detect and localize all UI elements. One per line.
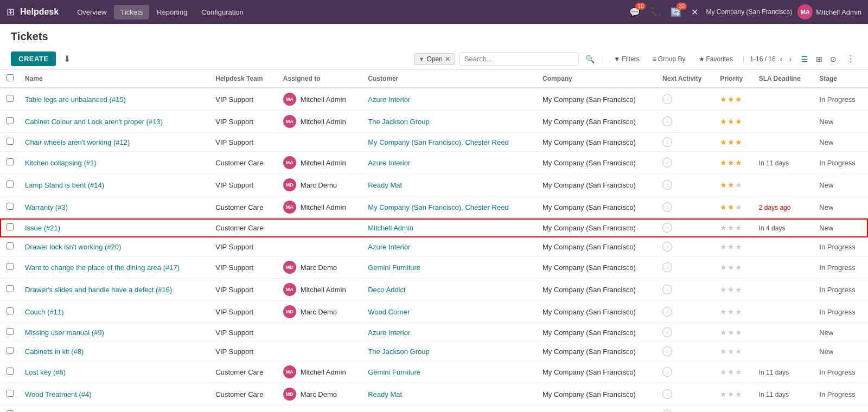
star-filled[interactable]: ★ xyxy=(720,158,727,167)
star-empty[interactable]: ★ xyxy=(727,223,735,232)
priority-stars[interactable]: ★★★ xyxy=(720,390,748,398)
activity-icon[interactable]: ○ xyxy=(662,410,672,412)
col-team[interactable]: Helpdesk Team xyxy=(210,70,278,88)
star-empty[interactable]: ★ xyxy=(735,181,742,189)
star-filled[interactable]: ★ xyxy=(735,158,742,167)
customer-link[interactable]: Azure Interior xyxy=(368,95,410,104)
table-row[interactable]: Table legs are unbalanced (#15)VIP Suppo… xyxy=(0,88,868,111)
col-sla[interactable]: SLA Deadline xyxy=(754,70,814,88)
activity-icon[interactable]: ○ xyxy=(662,137,672,147)
user-menu[interactable]: MA Mitchell Admin xyxy=(797,4,861,20)
row-checkbox[interactable] xyxy=(7,390,14,397)
star-empty[interactable]: ★ xyxy=(735,285,742,294)
star-empty[interactable]: ★ xyxy=(735,263,742,272)
row-checkbox[interactable] xyxy=(7,223,14,230)
nav-reporting[interactable]: Reporting xyxy=(150,5,194,20)
priority-stars[interactable]: ★★★ xyxy=(720,263,748,272)
activity-icon[interactable]: ○ xyxy=(662,262,672,272)
customer-link[interactable]: Ready Mat xyxy=(368,390,402,398)
priority-stars[interactable]: ★★★ xyxy=(720,368,748,376)
ticket-name-link[interactable]: Chair wheels aren't working (#12) xyxy=(25,138,130,146)
kanban-view-btn[interactable]: ⊞ xyxy=(813,53,826,66)
nav-overview[interactable]: Overview xyxy=(71,5,113,20)
customer-link[interactable]: Mitchell Admin xyxy=(368,224,413,232)
col-stage[interactable]: Stage xyxy=(814,70,868,88)
table-row[interactable]: Drawer lock isn't working (#20)VIP Suppo… xyxy=(0,237,868,256)
priority-stars[interactable]: ★★★ xyxy=(720,117,748,126)
ticket-name-link[interactable]: Issue (#21) xyxy=(25,224,60,232)
activity-icon[interactable]: ○ xyxy=(662,117,672,126)
star-empty[interactable]: ★ xyxy=(727,285,735,294)
ticket-name-link[interactable]: Kitchen collapsing (#1) xyxy=(25,159,97,167)
select-all-checkbox-header[interactable] xyxy=(0,70,20,88)
priority-stars[interactable]: ★★★ xyxy=(720,203,748,211)
table-row[interactable]: Issue (#21)Customer CareMitchell AdminMy… xyxy=(0,218,868,237)
star-empty[interactable]: ★ xyxy=(735,347,742,356)
row-checkbox[interactable] xyxy=(7,203,14,210)
row-checkbox-cell[interactable] xyxy=(0,152,20,174)
priority-stars[interactable]: ★★★ xyxy=(720,307,748,316)
activity-icon[interactable]: ○ xyxy=(662,202,672,212)
customer-link[interactable]: Deco Addict xyxy=(368,286,405,294)
table-row[interactable]: Warranty (#3)Customer CareMAMitchell Adm… xyxy=(0,196,868,218)
row-checkbox-cell[interactable] xyxy=(0,323,20,342)
next-page-btn[interactable]: › xyxy=(787,54,794,65)
select-all-checkbox[interactable] xyxy=(7,74,14,81)
customer-link[interactable]: The Jackson Group xyxy=(368,118,429,126)
star-empty[interactable]: ★ xyxy=(720,347,727,356)
activity-icon[interactable]: ○ xyxy=(662,223,672,233)
customer-link[interactable]: The Jackson Group xyxy=(368,347,429,356)
row-checkbox-cell[interactable] xyxy=(0,361,20,383)
groupby-btn[interactable]: ≡ Group By xyxy=(648,53,690,65)
row-checkbox-cell[interactable] xyxy=(0,405,20,413)
customer-link[interactable]: Gemini Furniture xyxy=(368,368,420,376)
star-filled[interactable]: ★ xyxy=(727,158,735,167)
row-checkbox[interactable] xyxy=(7,242,14,249)
ticket-name-link[interactable]: Drawer lock isn't working (#20) xyxy=(25,243,121,251)
search-input[interactable] xyxy=(459,52,579,66)
col-next-activity[interactable]: Next Activity xyxy=(657,70,714,88)
activity-icon[interactable]: ○ xyxy=(662,242,672,252)
activity-icon[interactable]: ○ xyxy=(662,307,672,317)
star-empty[interactable]: ★ xyxy=(720,285,727,294)
star-empty[interactable]: ★ xyxy=(720,368,727,376)
star-filled[interactable]: ★ xyxy=(735,95,742,104)
customer-link[interactable]: Azure Interior xyxy=(368,329,410,337)
col-company[interactable]: Company xyxy=(537,70,657,88)
star-empty[interactable]: ★ xyxy=(735,368,742,376)
star-empty[interactable]: ★ xyxy=(727,347,735,356)
star-empty[interactable]: ★ xyxy=(720,263,727,272)
row-checkbox[interactable] xyxy=(7,285,14,292)
row-checkbox-cell[interactable] xyxy=(0,174,20,196)
table-row[interactable]: Wood Treatment (#4)Customer CareMDMarc D… xyxy=(0,383,868,405)
star-empty[interactable]: ★ xyxy=(727,242,735,251)
star-empty[interactable]: ★ xyxy=(720,242,727,251)
star-empty[interactable]: ★ xyxy=(735,223,742,232)
table-row[interactable]: Lost key (#6)Customer CareMAMitchell Adm… xyxy=(0,361,868,383)
table-row[interactable]: Where can I download a catalog ? (#2)Cus… xyxy=(0,405,868,413)
favorites-btn[interactable]: ★ Favorites xyxy=(694,53,737,65)
star-empty[interactable]: ★ xyxy=(720,328,727,337)
customer-link[interactable]: Ready Mat xyxy=(368,181,402,189)
ticket-name-link[interactable]: Drawer's slides and handle have a defect… xyxy=(25,286,172,294)
row-checkbox[interactable] xyxy=(7,158,14,165)
star-empty[interactable]: ★ xyxy=(720,223,727,232)
star-empty[interactable]: ★ xyxy=(720,307,727,316)
priority-stars[interactable]: ★★★ xyxy=(720,95,748,104)
table-row[interactable]: Drawer's slides and handle have a defect… xyxy=(0,279,868,301)
star-empty[interactable]: ★ xyxy=(727,390,735,398)
search-button[interactable]: 🔍 xyxy=(583,53,597,66)
table-row[interactable]: Cabinet Colour and Lock aren't proper (#… xyxy=(0,111,868,133)
more-options-btn[interactable]: ⋮ xyxy=(844,52,857,66)
table-row[interactable]: Lamp Stand is bent (#14)VIP SupportMDMar… xyxy=(0,174,868,196)
activity-icon[interactable]: ○ xyxy=(662,389,672,399)
row-checkbox-cell[interactable] xyxy=(0,237,20,256)
row-checkbox-cell[interactable] xyxy=(0,88,20,111)
activity-view-btn[interactable]: ⊙ xyxy=(827,53,840,66)
star-filled[interactable]: ★ xyxy=(727,203,735,211)
row-checkbox[interactable] xyxy=(7,263,14,270)
star-filled[interactable]: ★ xyxy=(735,138,742,146)
row-checkbox-cell[interactable] xyxy=(0,342,20,361)
star-filled[interactable]: ★ xyxy=(735,117,742,126)
ticket-name-link[interactable]: Warranty (#3) xyxy=(25,203,68,211)
